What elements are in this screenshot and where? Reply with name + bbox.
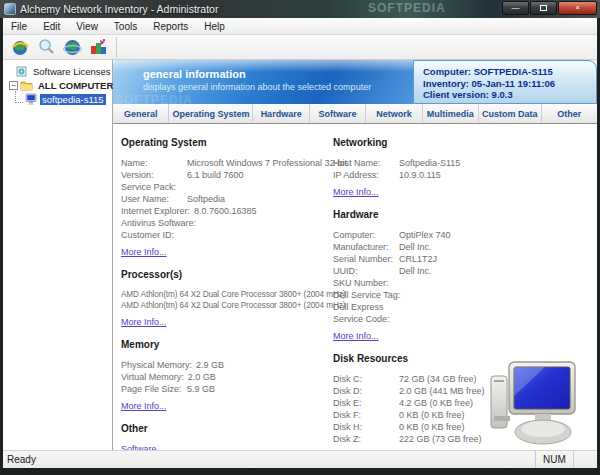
section-title: Hardware bbox=[333, 209, 591, 220]
section-networking: Networking Host Name:Softpedia-S115 IP A… bbox=[333, 137, 591, 199]
section-other: Other Software Hardware Details Devices,… bbox=[121, 423, 333, 450]
maximize-icon bbox=[540, 5, 547, 11]
menu-file[interactable]: File bbox=[3, 18, 35, 34]
num-lock-indicator: NUM bbox=[535, 451, 573, 468]
section-operating-system: Operating System Name:Microsoft Windows … bbox=[121, 137, 333, 259]
app-icon bbox=[4, 3, 16, 15]
section-processors: Processor(s) AMD Athlon(tm) 64 X2 Dual C… bbox=[121, 269, 333, 329]
tree-item-software-licenses[interactable]: Software Licenses bbox=[3, 64, 112, 78]
processor-line: AMD Athlon(tm) 64 X2 Dual Core Processor… bbox=[121, 289, 333, 300]
memory-row: Page File Size:5.9 GB bbox=[121, 383, 333, 395]
hardware-row: Manufacturer:Dell Inc. bbox=[333, 241, 591, 253]
os-row: Name:Microsoft Windows 7 Professional 32… bbox=[121, 157, 333, 169]
processor-line: AMD Athlon(tm) 64 X2 Dual Core Processor… bbox=[121, 300, 333, 311]
app-window: Alchemy Network Inventory - Administrato… bbox=[0, 0, 600, 475]
minimize-button[interactable]: — bbox=[502, 1, 529, 15]
resize-grip[interactable] bbox=[573, 451, 597, 468]
toolbar bbox=[3, 35, 597, 60]
hardware-row: Dell Service Tag: bbox=[333, 289, 591, 301]
menu-reports[interactable]: Reports bbox=[145, 18, 196, 34]
software-link[interactable]: Software bbox=[121, 443, 333, 450]
networking-row: Host Name:Softpedia-S115 bbox=[333, 157, 591, 169]
reports-icon[interactable] bbox=[86, 36, 110, 58]
os-row: Antivirus Software: bbox=[121, 217, 333, 229]
collapse-icon[interactable]: − bbox=[9, 81, 18, 90]
general-info-page: Operating System Name:Microsoft Windows … bbox=[113, 124, 597, 450]
section-title: Memory bbox=[121, 339, 333, 350]
networking-row: IP Address:10.9.0.115 bbox=[333, 169, 591, 181]
status-bar: Ready NUM bbox=[3, 450, 597, 468]
banner: general information displays general inf… bbox=[113, 60, 413, 104]
os-row: Version:6.1 build 7600 bbox=[121, 169, 333, 181]
hardware-row: Computer:OptiPlex 740 bbox=[333, 229, 591, 241]
tree-connector bbox=[15, 91, 23, 103]
section-title: Processor(s) bbox=[121, 269, 333, 280]
status-text: Ready bbox=[3, 454, 535, 465]
tab-general[interactable]: General bbox=[113, 104, 169, 123]
processors-more-info-link[interactable]: More Info... bbox=[121, 316, 167, 328]
license-icon bbox=[15, 65, 28, 77]
banner-title: general information bbox=[143, 68, 413, 80]
tab-operating-system[interactable]: Operating System bbox=[169, 104, 253, 123]
section-title: Operating System bbox=[121, 137, 333, 148]
softpedia-watermark: SOFTPEDIA bbox=[368, 1, 446, 15]
info-computer: Computer: SOFTPEDIA-S115 bbox=[423, 66, 596, 78]
tree-item-label: Software Licenses bbox=[31, 66, 113, 77]
toolbar-separator bbox=[116, 37, 117, 57]
menu-edit[interactable]: Edit bbox=[35, 18, 68, 34]
hardware-more-info-link[interactable]: More Info... bbox=[333, 330, 379, 342]
maximize-button[interactable] bbox=[530, 1, 557, 15]
tab-custom-data[interactable]: Custom Data bbox=[479, 104, 542, 123]
os-row: Customer ID: bbox=[121, 229, 333, 241]
menu-view[interactable]: View bbox=[68, 18, 106, 34]
page-header: general information displays general inf… bbox=[113, 60, 597, 104]
menu-help[interactable]: Help bbox=[196, 18, 233, 34]
search-icon[interactable] bbox=[34, 36, 58, 58]
tree-item-label: softpedia-s115 bbox=[40, 94, 106, 105]
close-button[interactable]: × bbox=[558, 1, 597, 15]
memory-row: Physical Memory:2.9 GB bbox=[121, 359, 333, 371]
menu-bar: File Edit View Tools Reports Help bbox=[3, 18, 597, 35]
networking-more-info-link[interactable]: More Info... bbox=[333, 186, 379, 198]
os-row: User Name:Softpedia bbox=[121, 193, 333, 205]
tab-hardware[interactable]: Hardware bbox=[253, 104, 309, 123]
tab-bar: General Operating System Hardware Softwa… bbox=[113, 104, 597, 124]
computer-icon bbox=[24, 93, 37, 105]
banner-watermark: SOFTPEDIA bbox=[115, 93, 193, 104]
banner-subtitle: displays general information about the s… bbox=[143, 82, 413, 92]
tree-item-softpedia-s115[interactable]: softpedia-s115 bbox=[3, 92, 112, 106]
computer-illustration-icon bbox=[485, 358, 591, 448]
title-bar[interactable]: Alchemy Network Inventory - Administrato… bbox=[0, 0, 600, 18]
tree-item-label: ALL COMPUTERS bbox=[36, 80, 122, 91]
tab-other[interactable]: Other bbox=[542, 104, 597, 123]
network-scan-icon[interactable] bbox=[8, 36, 32, 58]
hardware-row: Dell Express Service Code: bbox=[333, 301, 591, 325]
section-title: Other bbox=[121, 423, 333, 434]
section-memory: Memory Physical Memory:2.9 GB Virtual Me… bbox=[121, 339, 333, 413]
tab-software[interactable]: Software bbox=[310, 104, 366, 123]
memory-row: Virtual Memory:2.0 GB bbox=[121, 371, 333, 383]
section-title: Networking bbox=[333, 137, 591, 148]
tab-network[interactable]: Network bbox=[366, 104, 422, 123]
internet-icon[interactable] bbox=[60, 36, 84, 58]
folder-icon bbox=[20, 79, 33, 91]
os-row: Internet Explorer:8.0.7600.16385 bbox=[121, 205, 333, 217]
hardware-row: UUID:Dell Inc. bbox=[333, 265, 591, 277]
memory-more-info-link[interactable]: More Info... bbox=[121, 400, 167, 412]
hardware-row: Serial Number:CRL1T2J bbox=[333, 253, 591, 265]
info-client-version: Client version: 9.0.3 bbox=[423, 89, 596, 101]
section-hardware: Hardware Computer:OptiPlex 740 Manufactu… bbox=[333, 209, 591, 343]
computer-info-box: Computer: SOFTPEDIA-S115 Inventory: 05-J… bbox=[413, 60, 597, 104]
menu-tools[interactable]: Tools bbox=[106, 18, 145, 34]
hardware-row: SKU Number: bbox=[333, 277, 591, 289]
os-row: Service Pack: bbox=[121, 181, 333, 193]
os-more-info-link[interactable]: More Info... bbox=[121, 246, 167, 258]
info-inventory: Inventory: 05-Jan-11 19:11:06 bbox=[423, 78, 596, 90]
window-title: Alchemy Network Inventory - Administrato… bbox=[20, 3, 218, 15]
tab-multimedia[interactable]: Multimedia bbox=[423, 104, 479, 123]
computer-tree: Software Licenses − ALL COMPUTERS bbox=[3, 60, 113, 450]
